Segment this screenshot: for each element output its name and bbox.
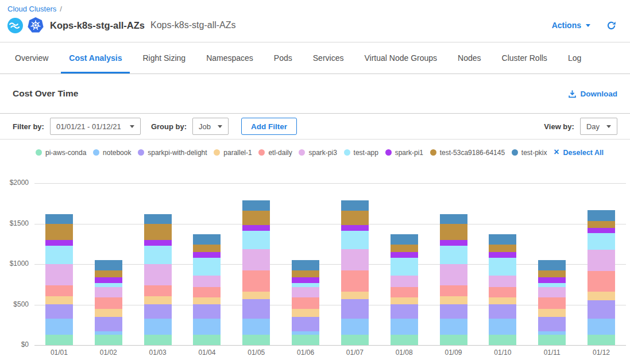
tab-pods[interactable]: Pods [266,42,300,73]
bar-segment-test-pkix[interactable] [391,234,418,245]
bar-segment-pi-aws-conda[interactable] [144,335,172,345]
bar-segment-sparkpi-with-delight[interactable] [489,304,516,319]
add-filter-button[interactable]: Add Filter [241,118,297,135]
bar-segment-notebook[interactable] [391,319,418,335]
bar-segment-test-pkix[interactable] [292,260,319,270]
bar-segment-test-app[interactable] [45,246,73,264]
bar-segment-test-pkix[interactable] [538,260,566,270]
legend-item-pi-aws-conda[interactable]: pi-aws-conda [36,149,86,157]
actions-button[interactable]: Actions [552,21,590,30]
bar-segment-test-53ca9186-64145[interactable] [292,270,319,277]
bar-segment-test-53ca9186-64145[interactable] [440,224,467,240]
bar-segment-parallel-1[interactable] [440,296,467,304]
bar-segment-pi-aws-conda[interactable] [242,335,270,345]
bar-segment-test-53ca9186-64145[interactable] [95,270,122,277]
bar-segment-pi-aws-conda[interactable] [45,335,73,345]
bar-segment-notebook[interactable] [341,319,369,335]
bar-segment-etl-daily[interactable] [45,285,73,296]
bar-segment-spark-pi3[interactable] [588,250,615,271]
bar-segment-parallel-1[interactable] [489,297,516,304]
bar-segment-test-app[interactable] [538,283,566,288]
legend-item-etl-daily[interactable]: etl-daily [258,149,292,157]
bar-segment-spark-pi1[interactable] [45,240,73,246]
bar-segment-sparkpi-with-delight[interactable] [341,299,369,318]
bar-segment-notebook[interactable] [489,319,516,335]
bar-segment-sparkpi-with-delight[interactable] [144,304,172,319]
bar-segment-test-pkix[interactable] [193,234,221,245]
bar-segment-test-app[interactable] [193,258,221,276]
bar-segment-spark-pi3[interactable] [341,249,369,270]
bar-segment-spark-pi1[interactable] [391,252,418,258]
bar-segment-pi-aws-conda[interactable] [341,335,369,345]
bar-segment-test-53ca9186-64145[interactable] [193,245,221,252]
bar-segment-spark-pi3[interactable] [292,287,319,297]
bar-segment-pi-aws-conda[interactable] [440,335,467,345]
bar-segment-spark-pi1[interactable] [144,240,172,246]
bar-segment-notebook[interactable] [588,319,615,335]
bar-segment-test-app[interactable] [588,233,615,250]
bar-segment-test-app[interactable] [242,231,270,249]
tab-namespaces[interactable]: Namespaces [198,42,261,73]
bar-segment-spark-pi1[interactable] [193,252,221,258]
tab-right-sizing[interactable]: Right Sizing [134,42,194,73]
bar-segment-test-pkix[interactable] [489,234,516,245]
bar-segment-test-53ca9186-64145[interactable] [538,270,566,277]
bar-segment-sparkpi-with-delight[interactable] [95,317,122,331]
bar-segment-spark-pi3[interactable] [440,264,467,285]
bar-segment-sparkpi-with-delight[interactable] [292,317,319,331]
bar-segment-parallel-1[interactable] [45,296,73,304]
bar-segment-spark-pi1[interactable] [489,252,516,258]
bar-segment-etl-daily[interactable] [193,287,221,297]
bar-segment-test-app[interactable] [292,283,319,288]
bar-segment-test-53ca9186-64145[interactable] [45,224,73,240]
bar-segment-parallel-1[interactable] [292,309,319,317]
bar-segment-etl-daily[interactable] [292,297,319,309]
bar-segment-test-pkix[interactable] [95,260,122,270]
bar-segment-etl-daily[interactable] [588,271,615,292]
bar-segment-parallel-1[interactable] [242,292,270,299]
bar-segment-parallel-1[interactable] [391,297,418,304]
bar-segment-etl-daily[interactable] [391,287,418,297]
bar-segment-test-53ca9186-64145[interactable] [588,221,615,229]
date-range-select[interactable]: 01/01/21 - 01/12/21 [50,118,141,135]
download-button[interactable]: Download [568,90,618,98]
bar-segment-etl-daily[interactable] [440,285,467,296]
tab-cost-analysis[interactable]: Cost Analysis [61,42,130,73]
bar-segment-spark-pi1[interactable] [95,277,122,283]
bar-segment-test-app[interactable] [95,283,122,288]
deselect-all-button[interactable]: ×Deselect All [554,149,604,157]
bar-segment-pi-aws-conda[interactable] [538,335,566,345]
bar-segment-parallel-1[interactable] [193,297,221,304]
bar-segment-test-app[interactable] [144,246,172,264]
bar-segment-test-pkix[interactable] [341,200,369,211]
bar-segment-notebook[interactable] [193,319,221,335]
bar-segment-etl-daily[interactable] [341,270,369,292]
bar-segment-sparkpi-with-delight[interactable] [242,299,270,318]
legend-item-test-app[interactable]: test-app [344,149,378,157]
bar-segment-notebook[interactable] [144,319,172,335]
bar-segment-spark-pi3[interactable] [242,249,270,270]
bar-segment-spark-pi3[interactable] [95,287,122,297]
bar-segment-parallel-1[interactable] [341,292,369,299]
bar-segment-test-53ca9186-64145[interactable] [489,245,516,252]
bar-segment-test-pkix[interactable] [144,214,172,224]
bar-segment-test-app[interactable] [440,246,467,264]
bar-segment-pi-aws-conda[interactable] [588,335,615,345]
bar-segment-sparkpi-with-delight[interactable] [193,304,221,319]
bar-segment-spark-pi3[interactable] [489,276,516,287]
bar-segment-etl-daily[interactable] [242,270,270,292]
bar-segment-spark-pi1[interactable] [440,240,467,246]
bar-segment-etl-daily[interactable] [95,297,122,309]
bar-segment-etl-daily[interactable] [538,297,566,309]
bar-segment-notebook[interactable] [440,319,467,335]
bar-segment-spark-pi3[interactable] [144,264,172,285]
bar-segment-test-app[interactable] [341,231,369,249]
tab-log[interactable]: Log [560,42,589,73]
legend-item-sparkpi-with-delight[interactable]: sparkpi-with-delight [138,149,207,157]
group-by-select[interactable]: Job [192,118,229,135]
bar-segment-test-53ca9186-64145[interactable] [341,211,369,225]
legend-item-test-53ca9186-64145[interactable]: test-53ca9186-64145 [430,149,505,157]
bar-segment-spark-pi1[interactable] [341,225,369,231]
bar-segment-test-pkix[interactable] [588,210,615,221]
bar-segment-test-pkix[interactable] [242,200,270,211]
